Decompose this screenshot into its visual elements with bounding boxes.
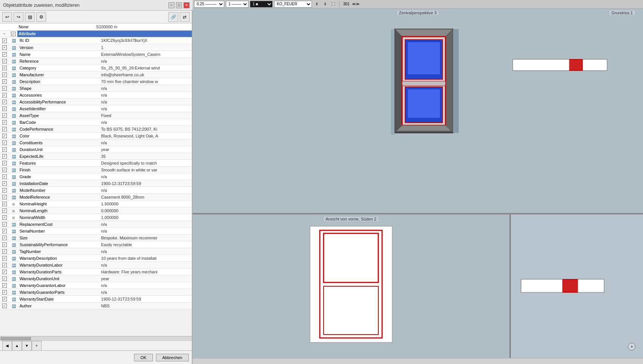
row-check-cell[interactable] bbox=[0, 112, 9, 119]
row-checkbox[interactable] bbox=[2, 249, 7, 254]
row-check-cell[interactable] bbox=[0, 105, 9, 112]
row-checkbox[interactable] bbox=[2, 120, 7, 125]
row-check-cell[interactable] bbox=[0, 194, 9, 201]
row-check-cell[interactable] bbox=[0, 241, 9, 248]
toolbar-btn-1[interactable]: ↩ bbox=[2, 12, 12, 22]
row-checkbox[interactable] bbox=[2, 161, 7, 165]
row-check-cell[interactable] bbox=[0, 214, 9, 221]
row-check-cell[interactable] bbox=[0, 275, 9, 282]
row-checkbox[interactable] bbox=[2, 290, 7, 295]
row-checkbox[interactable] bbox=[2, 134, 7, 138]
row-check-cell[interactable] bbox=[0, 146, 9, 153]
row-checkbox[interactable] bbox=[2, 208, 7, 213]
toolbar-btn-2[interactable]: ↪ bbox=[14, 12, 23, 22]
row-check-cell[interactable] bbox=[0, 92, 9, 99]
row-check-cell[interactable] bbox=[0, 65, 9, 71]
row-check-cell[interactable] bbox=[0, 71, 9, 78]
row-checkbox[interactable] bbox=[2, 242, 7, 247]
vp-icon-3[interactable]: ⛶ bbox=[330, 1, 337, 8]
toolbar-btn-3[interactable]: ▤ bbox=[25, 12, 35, 22]
row-checkbox[interactable] bbox=[2, 39, 7, 43]
row-check-cell[interactable] bbox=[0, 262, 9, 268]
toolbar-btn-5[interactable]: 🔗 bbox=[168, 12, 178, 22]
minimize-button[interactable]: − bbox=[168, 2, 174, 8]
row-checkbox[interactable] bbox=[2, 66, 7, 70]
row-check-cell[interactable] bbox=[0, 289, 9, 296]
zoom-combo-2[interactable]: 1 ——— bbox=[226, 1, 248, 8]
row-checkbox[interactable] bbox=[2, 283, 7, 288]
ok-button[interactable]: OK bbox=[134, 354, 153, 361]
top-viewport[interactable]: Zentralperspektive 3 bbox=[193, 8, 643, 214]
nav-btn-add[interactable]: + bbox=[32, 341, 42, 351]
row-check-cell[interactable] bbox=[0, 85, 9, 92]
row-check-cell[interactable] bbox=[0, 221, 9, 228]
row-checkbox[interactable] bbox=[2, 181, 7, 186]
row-check-cell[interactable] bbox=[0, 44, 9, 51]
vp-icon-1[interactable]: ⬆ bbox=[313, 1, 320, 8]
row-check-cell[interactable] bbox=[0, 133, 9, 139]
row-checkbox[interactable] bbox=[2, 229, 7, 233]
toolbar-btn-6[interactable]: ⇄ bbox=[180, 12, 190, 22]
row-checkbox[interactable] bbox=[2, 297, 7, 301]
restore-button[interactable]: □ bbox=[176, 2, 182, 8]
row-check-cell[interactable] bbox=[0, 282, 9, 289]
row-check-cell[interactable] bbox=[0, 296, 9, 302]
cancel-button[interactable]: Abbrechen bbox=[156, 354, 189, 361]
row-checkbox[interactable] bbox=[2, 174, 7, 179]
scrollbar-thumb[interactable] bbox=[1, 337, 31, 340]
row-check-cell[interactable] bbox=[0, 173, 9, 180]
row-check-cell[interactable] bbox=[0, 160, 9, 167]
row-check-cell[interactable] bbox=[0, 201, 9, 207]
row-checkbox[interactable] bbox=[2, 304, 7, 308]
row-checkbox[interactable] bbox=[2, 106, 7, 111]
row-check-cell[interactable] bbox=[0, 126, 9, 133]
row-check-cell[interactable] bbox=[0, 99, 9, 105]
row-checkbox[interactable] bbox=[2, 100, 7, 104]
attr-header-icon[interactable] bbox=[9, 30, 17, 37]
row-checkbox[interactable] bbox=[2, 236, 7, 240]
row-checkbox[interactable] bbox=[2, 147, 7, 152]
row-checkbox[interactable] bbox=[2, 222, 7, 227]
row-check-cell[interactable] bbox=[0, 119, 9, 126]
row-checkbox[interactable] bbox=[2, 52, 7, 57]
bottom-right-viewport[interactable]: ✛ bbox=[511, 214, 643, 358]
row-check-cell[interactable] bbox=[0, 167, 9, 173]
horizontal-scrollbar[interactable] bbox=[0, 336, 192, 341]
row-check-cell[interactable] bbox=[0, 78, 9, 85]
row-checkbox[interactable] bbox=[2, 127, 7, 131]
attr-master-check[interactable] bbox=[11, 32, 15, 36]
row-checkbox[interactable] bbox=[2, 270, 7, 274]
row-check-cell[interactable] bbox=[0, 153, 9, 160]
row-checkbox[interactable] bbox=[2, 188, 7, 193]
row-check-cell[interactable] bbox=[0, 248, 9, 255]
row-checkbox[interactable] bbox=[2, 195, 7, 199]
row-checkbox[interactable] bbox=[2, 93, 7, 97]
row-checkbox[interactable] bbox=[2, 72, 7, 77]
row-checkbox[interactable] bbox=[2, 86, 7, 91]
attr-header-check[interactable]: − bbox=[0, 30, 9, 37]
row-check-cell[interactable] bbox=[0, 255, 9, 262]
bottom-left-viewport[interactable]: Ansicht von vorne, Süden 2 bbox=[193, 214, 511, 358]
row-check-cell[interactable] bbox=[0, 228, 9, 234]
row-checkbox[interactable] bbox=[2, 59, 7, 63]
row-checkbox[interactable] bbox=[2, 140, 7, 145]
row-checkbox[interactable] bbox=[2, 215, 7, 220]
row-checkbox[interactable] bbox=[2, 45, 7, 50]
row-check-cell[interactable] bbox=[0, 207, 9, 214]
layer-combo[interactable]: KO_FEUER bbox=[274, 1, 312, 8]
row-checkbox[interactable] bbox=[2, 256, 7, 261]
row-checkbox[interactable] bbox=[2, 79, 7, 84]
row-check-cell[interactable] bbox=[0, 51, 9, 58]
vp-icon-2[interactable]: ⬇ bbox=[322, 1, 328, 8]
nav-btn-up[interactable]: ▲ bbox=[12, 341, 22, 351]
row-checkbox[interactable] bbox=[2, 154, 7, 159]
row-checkbox[interactable] bbox=[2, 263, 7, 267]
row-checkbox[interactable] bbox=[2, 113, 7, 118]
row-check-cell[interactable] bbox=[0, 268, 9, 275]
row-check-cell[interactable] bbox=[0, 302, 9, 309]
row-check-cell[interactable] bbox=[0, 58, 9, 65]
close-button[interactable]: ✕ bbox=[183, 2, 190, 8]
zoom-combo-1[interactable]: 0.25 ——— bbox=[194, 1, 224, 8]
row-check-cell[interactable] bbox=[0, 37, 9, 44]
color-combo[interactable]: 1 ■ bbox=[250, 1, 273, 8]
